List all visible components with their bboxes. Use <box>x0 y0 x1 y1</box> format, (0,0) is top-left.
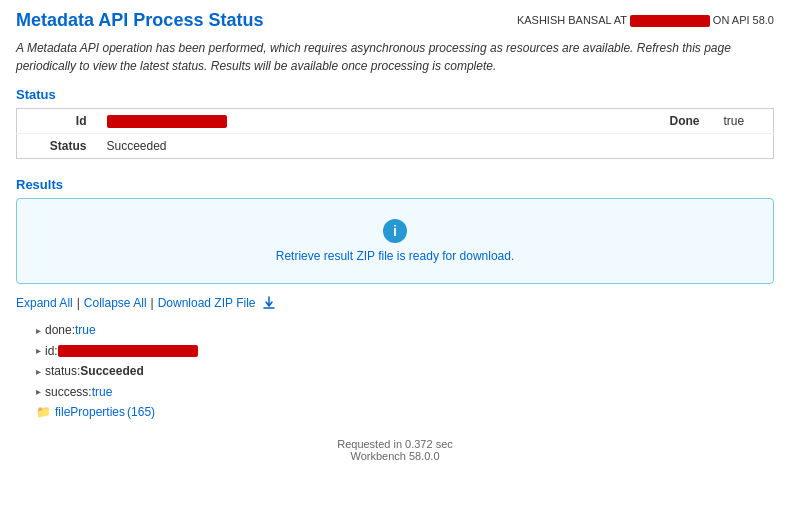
tree-area: ▸ done: true ▸ id: ▸ status: Succeeded ▸… <box>16 320 774 422</box>
tree-item-success: ▸ success: true <box>36 382 774 402</box>
user-info-area: KASHISH BANSAL AT ON API 58.0 <box>517 10 774 27</box>
folder-icon: 📁 <box>36 402 51 422</box>
action-links: Expand All | Collapse All | Download ZIP… <box>16 296 774 310</box>
done-value: true <box>724 114 745 128</box>
done-label: Done <box>670 114 704 128</box>
page-title: Metadata API Process Status <box>16 10 263 31</box>
tree-success-key: success: <box>45 382 92 402</box>
tree-success-val: true <box>92 382 113 402</box>
tree-item-status: ▸ status: Succeeded <box>36 361 774 381</box>
download-icon <box>262 296 276 310</box>
status-table: Id Done true Status Succeeded <box>16 108 774 159</box>
tree-id-key: id: <box>45 341 58 361</box>
tree-bullet-id: ▸ <box>36 342 41 359</box>
id-value-cell <box>97 109 654 134</box>
collapse-all-link[interactable]: Collapse All <box>84 296 147 310</box>
download-zip-link[interactable]: Download ZIP File <box>158 296 256 310</box>
results-box: i Retrieve result ZIP file is ready for … <box>16 198 774 284</box>
status-section-title: Status <box>16 87 774 102</box>
footer: Requested in 0.372 sec Workbench 58.0.0 <box>16 438 774 462</box>
user-org-redacted <box>630 15 710 27</box>
footer-workbench: Workbench 58.0.0 <box>16 450 774 462</box>
tree-bullet-done: ▸ <box>36 322 41 339</box>
user-prefix: KASHISH BANSAL AT <box>517 14 627 26</box>
status-label: Status <box>17 134 97 159</box>
results-section-title: Results <box>16 177 774 192</box>
results-message: Retrieve result ZIP file is ready for do… <box>37 249 753 263</box>
sep2: | <box>151 296 154 310</box>
tree-done-val: true <box>75 320 96 340</box>
sep1: | <box>77 296 80 310</box>
tree-done-key: done: <box>45 320 75 340</box>
header-row: Metadata API Process Status KASHISH BANS… <box>16 10 774 31</box>
info-icon-wrapper: i <box>37 219 753 249</box>
table-row-status: Status Succeeded <box>17 134 774 159</box>
tree-folder-label: fileProperties <box>55 402 125 422</box>
id-redacted <box>107 115 227 128</box>
done-value-cell: true <box>714 109 774 134</box>
tree-item-fileprops[interactable]: 📁 fileProperties (165) <box>36 402 774 422</box>
tree-bullet-success: ▸ <box>36 383 41 400</box>
info-icon: i <box>383 219 407 243</box>
tree-item-done: ▸ done: true <box>36 320 774 340</box>
tree-item-id: ▸ id: <box>36 341 774 361</box>
api-version: ON API 58.0 <box>713 14 774 26</box>
tree-status-val: Succeeded <box>80 361 143 381</box>
status-value: Succeeded <box>97 134 774 159</box>
footer-requested: Requested in 0.372 sec <box>16 438 774 450</box>
tree-status-key: status: <box>45 361 80 381</box>
tree-id-redacted <box>58 345 198 357</box>
user-info: KASHISH BANSAL AT ON API 58.0 <box>517 14 774 27</box>
tree-folder-count: (165) <box>127 402 155 422</box>
tree-bullet-status: ▸ <box>36 363 41 380</box>
description-text: A Metadata API operation has been perfor… <box>16 39 774 75</box>
done-label-cell: Done <box>654 109 714 134</box>
expand-all-link[interactable]: Expand All <box>16 296 73 310</box>
id-label: Id <box>17 109 97 134</box>
table-row-id: Id Done true <box>17 109 774 134</box>
